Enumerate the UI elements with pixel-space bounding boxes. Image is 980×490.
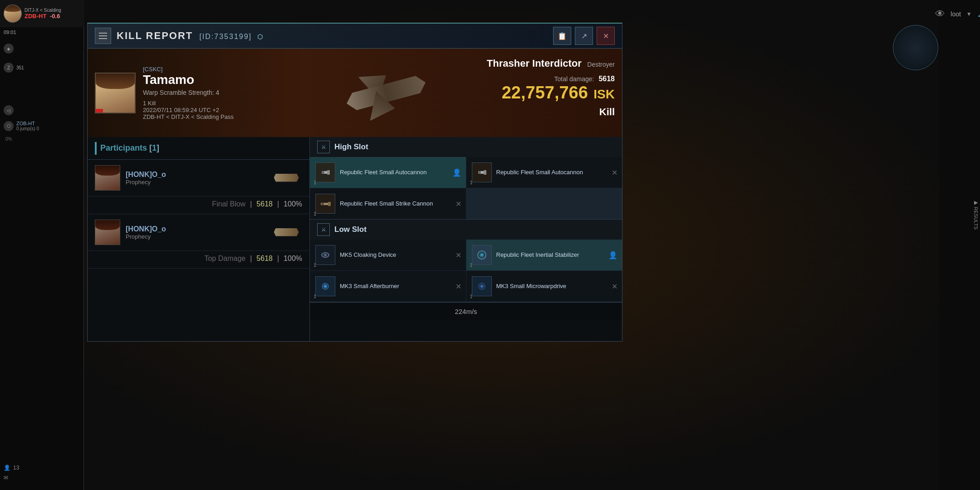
copy-icon[interactable]: ⬡ [257, 33, 264, 40]
ship-image [323, 53, 450, 132]
slot-item[interactable]: 1 MK5 Cloaking Device ✕ [310, 240, 466, 270]
mwd-icon [472, 276, 492, 296]
sidebar-item-map[interactable]: ◈ [0, 41, 84, 56]
low-slot-header: ⚔ Low Slot [310, 220, 622, 240]
strike-cannon-icon [315, 194, 335, 214]
remove-icon[interactable]: ✕ [456, 251, 461, 260]
participant-ship-2: Prophecy [126, 233, 265, 240]
sidebar-item-chat[interactable]: Z 351 [0, 60, 84, 75]
low-slot-section: ⚔ Low Slot 1 MK5 Cl [310, 220, 622, 302]
results-label: ▶ RESULTS [973, 200, 979, 230]
chat-icon: Z [4, 63, 14, 73]
region-label: DITJ-X < Scalding [24, 8, 80, 13]
slot-item[interactable]: 1 Republic Fleet Small Autocannon 👤 [310, 157, 466, 188]
item-name: Republic Fleet Inertial Stabilizer [496, 251, 579, 259]
svg-point-2 [322, 171, 324, 174]
close-icon: ✕ [603, 32, 609, 40]
participant-item-2[interactable]: [HONK]O_o Prophecy [88, 214, 309, 251]
slot-item[interactable]: 1 Republic Fleet Small Strike Cannon ✕ [310, 188, 466, 219]
sidebar-item-zob[interactable]: ⬡ ZOB-HT 0 jump(s) 0 [0, 118, 84, 134]
ship-thumbnail-1 [270, 167, 302, 189]
svg-rect-7 [328, 202, 331, 206]
ship-thumbnail-2 [270, 221, 302, 244]
dropdown-icon[interactable]: ▼ [966, 11, 972, 17]
participants-label: Participants [1] [100, 143, 159, 153]
damage-label: Total damage: 5618 [487, 75, 615, 83]
system-label: ZDB-HT -0.6 [24, 13, 80, 20]
slot-item[interactable]: 1 Republic Fleet Small Autocannon ✕ [466, 157, 622, 188]
pilot-avatar [95, 73, 136, 113]
top-damage-row: Top Damage | 5618 | 100% [95, 255, 302, 263]
remove-icon[interactable]: ✕ [456, 282, 461, 291]
item-qty: 1 [314, 180, 316, 185]
people-count: 👤 13 [4, 465, 19, 471]
ship-name: Thrasher Interdictor Destroyer [487, 58, 615, 69]
svg-rect-1 [327, 170, 330, 175]
item-name: MK3 Small Afterburner [340, 283, 399, 290]
loot-label: loot [951, 10, 961, 18]
participant-info-1: [HONK]O_o Prophecy [126, 171, 265, 186]
remove-icon[interactable]: ✕ [612, 168, 617, 177]
participant-avatar-2 [95, 220, 120, 245]
remove-icon[interactable]: ✕ [612, 282, 617, 291]
menu-button[interactable] [95, 28, 111, 44]
isk-row: 22,757,766 ISK [487, 83, 615, 103]
menu-line-1 [99, 33, 107, 34]
item-name: Republic Fleet Small Strike Cannon [340, 200, 433, 208]
participant-avatar-1 [95, 165, 120, 191]
equipment-panel: ⚔ High Slot 1 Repub [310, 137, 622, 341]
svg-point-14 [481, 254, 483, 256]
low-slot-label: Low Slot [334, 225, 367, 234]
location-icon: ⬡ [4, 121, 14, 131]
slot-item[interactable]: 1 Republic Fleet Inertial Stabilizer 👤 [466, 240, 622, 270]
location-info: DITJ-X < Scalding ZDB-HT -0.6 [24, 8, 80, 20]
corp-tag [96, 109, 103, 113]
cloaking-icon [315, 245, 335, 265]
participant-stats-2: Top Damage | 5618 | 100% [88, 251, 309, 269]
close-button[interactable]: ✕ [597, 27, 615, 45]
participant-ship-1: Prophecy [126, 179, 265, 186]
person-icon: 👤 [452, 168, 461, 177]
high-slot-grid: 1 Republic Fleet Small Autocannon 👤 [310, 157, 622, 219]
final-blow-row: Final Blow | 5618 | 100% [95, 200, 302, 208]
participants-header: Participants [1] [88, 137, 309, 160]
sidebar-item-route[interactable]: ◁ [0, 103, 84, 118]
title-bar: KILL REPORT [ID:7353199] ⬡ 📋 ↗ ✕ [88, 24, 622, 49]
menu-line-3 [99, 38, 107, 39]
high-slot-label: High Slot [334, 142, 368, 152]
participant-item[interactable]: [HONK]O_o Prophecy [88, 160, 309, 196]
time-display: 09:01 [4, 29, 16, 35]
right-panel: 👁 loot ▼ ⊿ ▶ RESULTS [939, 0, 980, 490]
high-slot-header: ⚔ High Slot [310, 137, 622, 157]
menu-line-2 [99, 35, 107, 36]
item-name: MK5 Cloaking Device [340, 251, 396, 259]
high-slot-section: ⚔ High Slot 1 Repub [310, 137, 622, 220]
export-button[interactable]: ↗ [575, 27, 593, 45]
filter-icon[interactable]: ⊿ [977, 9, 980, 19]
ship-silhouette [330, 51, 442, 134]
content-area: Participants [1] [HONK]O_o Prophecy [88, 137, 622, 341]
item-qty: 1 [470, 294, 473, 299]
title-actions: 📋 ↗ ✕ [553, 27, 615, 45]
left-panel: DITJ-X < Scalding ZDB-HT -0.6 09:01 ◈ Z … [0, 0, 84, 490]
clipboard-icon: 📋 [558, 32, 567, 40]
speed-value: 224m/s [455, 308, 477, 315]
autocannon-icon [315, 162, 335, 182]
mail-icon[interactable]: ✉ [4, 475, 19, 481]
slot-item[interactable]: 1 MK3 Small Microwarpdrive ✕ [466, 271, 622, 302]
svg-point-8 [321, 202, 324, 205]
participants-panel: Participants [1] [HONK]O_o Prophecy [88, 137, 310, 341]
svg-point-5 [478, 171, 481, 174]
autocannon-icon [472, 162, 492, 182]
outcome-label: Kill [487, 106, 615, 118]
afterburner-icon [315, 276, 335, 296]
eye-icon[interactable]: 👁 [935, 8, 945, 20]
remove-icon[interactable]: ✕ [456, 200, 461, 208]
item-name: Republic Fleet Small Autocannon [496, 169, 583, 176]
clipboard-button[interactable]: 📋 [553, 27, 571, 45]
item-name: MK3 Small Microwarpdrive [496, 283, 567, 290]
speed-bar: 224m/s [310, 302, 622, 320]
person-icon: 👤 [608, 251, 617, 260]
kill-header: [CSKC] Tamamo Warp Scramble Strength: 4 … [88, 49, 622, 137]
slot-item[interactable]: 1 MK3 Small Afterburner ✕ [310, 271, 466, 302]
